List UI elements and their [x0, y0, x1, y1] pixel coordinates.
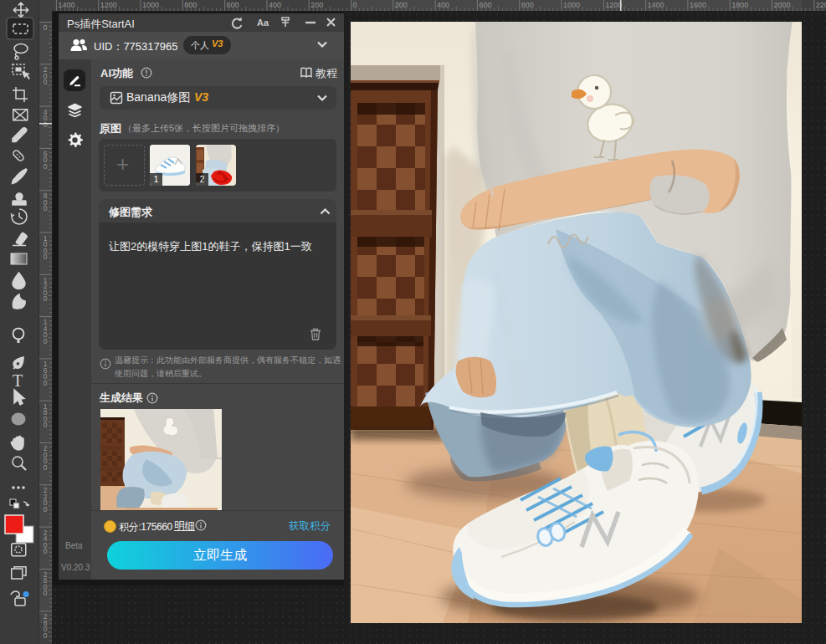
svg-text:0: 0	[44, 337, 48, 345]
svg-text:0: 0	[353, 1, 357, 9]
svg-text:400: 400	[437, 1, 449, 9]
svg-text:800: 800	[521, 1, 534, 9]
svg-text:0: 0	[44, 253, 48, 261]
svg-text:0: 0	[44, 23, 48, 32]
svg-text:2000: 2000	[774, 1, 791, 9]
svg-text:200: 200	[395, 1, 408, 9]
svg-text:600: 600	[479, 1, 491, 9]
svg-text:0: 0	[44, 589, 48, 597]
svg-text:0: 0	[44, 379, 48, 387]
svg-text:0: 0	[44, 547, 48, 555]
svg-text:1800: 1800	[731, 1, 748, 9]
svg-text:0: 0	[44, 204, 48, 212]
svg-text:0: 0	[44, 421, 48, 429]
svg-text:0: 0	[44, 294, 48, 303]
svg-text:0: 0	[44, 505, 48, 514]
svg-text:400: 400	[269, 1, 281, 9]
svg-text:200: 200	[310, 1, 323, 9]
svg-text:600: 600	[227, 1, 239, 9]
svg-text:1400: 1400	[58, 1, 74, 9]
svg-text:1600: 1600	[690, 1, 706, 9]
svg-text:1200: 1200	[100, 1, 117, 9]
svg-text:2200: 2200	[816, 1, 826, 9]
svg-text:1400: 1400	[648, 1, 664, 9]
svg-text:T: T	[13, 371, 23, 390]
svg-text:0: 0	[44, 162, 48, 171]
svg-text:1200: 1200	[605, 1, 622, 9]
svg-text:1000: 1000	[563, 1, 580, 9]
svg-text:800: 800	[184, 1, 197, 9]
svg-text:0: 0	[44, 463, 48, 472]
svg-text:1000: 1000	[142, 1, 159, 9]
svg-text:0: 0	[44, 78, 48, 86]
svg-text:0: 0	[44, 120, 48, 129]
svg-text:0: 0	[44, 631, 48, 640]
svg-text:Aa: Aa	[257, 18, 269, 28]
